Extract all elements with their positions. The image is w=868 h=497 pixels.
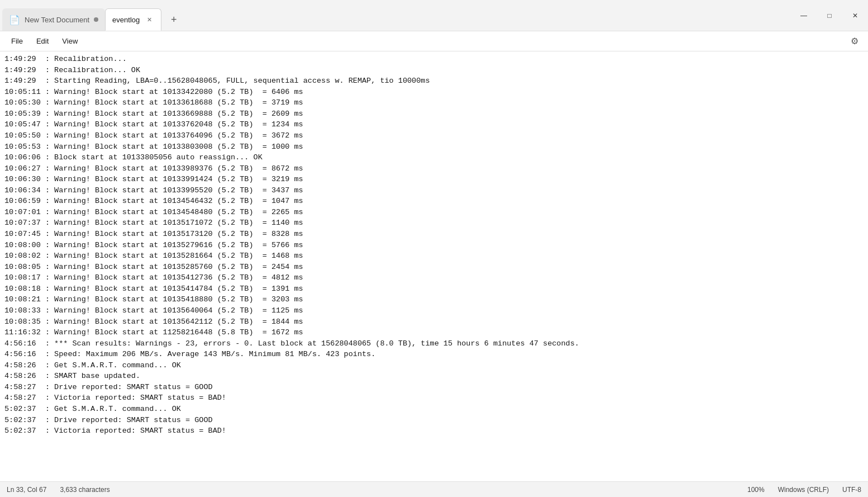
zoom-level: 100%: [747, 486, 765, 494]
tab-eventlog-label: eventlog: [112, 16, 140, 24]
window-controls: — □ ✕: [791, 0, 868, 31]
menu-edit[interactable]: Edit: [30, 35, 55, 48]
text-content-area[interactable]: 1:49:29 : Recalibration... 1:49:29 : Rec…: [0, 51, 868, 481]
title-bar: 📄 New Text Document eventlog ✕ + — □ ✕: [0, 0, 868, 31]
char-count: 3,633 characters: [60, 486, 109, 494]
maximize-button[interactable]: □: [817, 6, 842, 26]
tab-eventlog[interactable]: eventlog ✕: [105, 8, 161, 31]
status-right-group: 100% Windows (CRLF) UTF-8: [747, 486, 861, 494]
minimize-icon: —: [800, 12, 807, 20]
cursor-position: Ln 33, Col 67: [7, 486, 46, 494]
notepad-icon: 📄: [9, 15, 20, 25]
settings-button[interactable]: ⚙: [846, 32, 864, 50]
add-tab-button[interactable]: +: [164, 10, 184, 30]
line-ending: Windows (CRLF): [778, 486, 829, 494]
menu-items: File Edit View: [4, 35, 84, 48]
minimize-button[interactable]: —: [791, 6, 817, 26]
close-button[interactable]: ✕: [842, 6, 868, 26]
settings-icon: ⚙: [851, 36, 859, 46]
tab-modified-indicator: [94, 17, 98, 22]
menu-view[interactable]: View: [55, 35, 84, 48]
menu-bar: File Edit View ⚙: [0, 31, 868, 51]
menu-file[interactable]: File: [4, 35, 30, 48]
add-tab-icon: +: [171, 14, 177, 26]
close-icon: ✕: [852, 12, 858, 20]
status-bar: Ln 33, Col 67 3,633 characters 100% Wind…: [0, 481, 868, 497]
tab-new-text-label: New Text Document: [25, 16, 89, 24]
maximize-icon: □: [827, 12, 831, 20]
tab-close-button[interactable]: ✕: [144, 15, 154, 25]
tab-strip: 📄 New Text Document eventlog ✕ +: [0, 0, 791, 31]
encoding: UTF-8: [842, 486, 861, 494]
tab-new-text-document[interactable]: 📄 New Text Document: [2, 8, 105, 31]
